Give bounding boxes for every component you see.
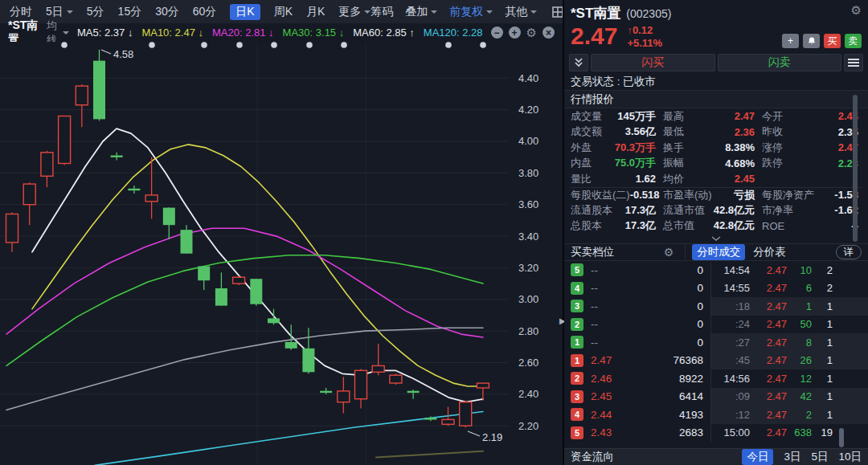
bid-level-4[interactable]: 42.444193 [564, 406, 710, 424]
quote-cell: 成交量145万手 [571, 109, 656, 124]
orders-tabs-row: 买卖档位 ⚙ 分时成交 分价表 详 [564, 243, 868, 261]
orderbook-settings-icon[interactable]: ⚙ [664, 247, 674, 258]
ask-level-1[interactable]: 1--0 [564, 333, 710, 352]
ask-level-2[interactable]: 2--0 [564, 316, 710, 334]
buy-level-badge: 3 [571, 390, 583, 403]
period-tab-周K[interactable]: 周K [274, 5, 293, 19]
y-axis-label: 4.20 [518, 104, 538, 116]
close-indicator-icon[interactable]: × [542, 27, 555, 39]
tape-time: 15:00 [716, 426, 750, 438]
event-marker-dot[interactable] [306, 42, 313, 48]
zoom-out-icon[interactable]: − [491, 27, 503, 39]
tool-menu-前复权[interactable]: 前复权 [449, 5, 493, 19]
tape-count: 2 [812, 282, 833, 294]
period-tab-月K[interactable]: 月K [306, 5, 325, 19]
candlestick-chart-area[interactable]: 4.404.204.003.803.603.403.203.002.802.60… [0, 42, 563, 465]
tape-count: 2 [812, 264, 833, 276]
buy-level-badge: 2 [571, 372, 583, 385]
fund-tab-5日[interactable]: 5日 [811, 450, 828, 464]
candle [233, 275, 245, 285]
quote-row: 总股本17.3亿总市值42.8亿元ROE-- [571, 218, 862, 235]
quote-label: 换手 [663, 141, 684, 155]
period-tab-30分[interactable]: 30分 [155, 5, 179, 19]
event-marker-dot[interactable] [341, 42, 347, 48]
tab-time-sales[interactable]: 分时成交 [692, 244, 745, 260]
level-price: -- [591, 282, 628, 294]
price-change-block: ↑0.12 +5.11% [627, 23, 662, 50]
quote-label: 总市值 [663, 218, 694, 233]
ma-readout: MA60: 2.85 ↑ [353, 27, 415, 39]
tape-scrollbar-thumb[interactable] [839, 428, 844, 447]
panel-settings-icon[interactable]: ⚙ [851, 4, 862, 16]
tape-volume: 50 [787, 318, 812, 330]
quote-value: 75.0万手 [615, 156, 656, 170]
quote-label: 成交额 [571, 124, 602, 139]
candle [460, 401, 472, 428]
quote-value: 3.56亿 [625, 124, 656, 139]
event-marker-dot[interactable] [445, 42, 452, 48]
quote-label: 昨收 [762, 124, 783, 139]
tool-menu-叠加[interactable]: 叠加 [405, 5, 437, 19]
fund-tab-10日[interactable]: 10日 [838, 450, 862, 464]
event-marker-dot[interactable] [61, 42, 68, 48]
tape-row: :182.4711 [711, 297, 868, 316]
trade-status-row: 交易状态 : 已收市 [564, 74, 868, 91]
add-watchlist-button[interactable]: + [782, 34, 799, 48]
period-tab-更多[interactable]: 更多 [338, 5, 371, 19]
period-tab-5分[interactable]: 5分 [87, 5, 104, 19]
ask-level-3[interactable]: 3--0 [564, 297, 710, 316]
chart-section: 分时5日5分15分30分60分日K周K月K更多 筹码叠加前复权其他 *ST南置 … [0, 0, 563, 465]
period-tab-日K[interactable]: 日K [230, 4, 260, 20]
order-menu-button[interactable] [844, 54, 863, 71]
tape-time: :24 [716, 318, 750, 330]
quote-value: 1.62 [636, 173, 656, 185]
period-tab-5日[interactable]: 5日 [46, 5, 73, 19]
period-tab-60分[interactable]: 60分 [193, 5, 217, 19]
quote-cell: 最低2.36 [663, 124, 755, 139]
fund-flow-tabs: 今日3日5日10日 [742, 449, 862, 465]
event-marker-dot[interactable] [149, 42, 155, 48]
ask-level-5[interactable]: 5--0 [564, 261, 710, 279]
sell-button[interactable]: 卖 [845, 34, 862, 48]
event-marker-dot[interactable] [236, 42, 243, 48]
bid-level-3[interactable]: 32.456414 [564, 388, 710, 406]
quote-label: 量比 [571, 172, 592, 186]
tool-menu-其他[interactable]: 其他 [505, 5, 537, 19]
quote-value: 亏损 [734, 188, 755, 202]
flash-buy-button[interactable]: 闪买 [591, 54, 715, 71]
ma-values: MA5: 2.37 ↓MA10: 2.47 ↓MA20: 2.81 ↓MA30:… [77, 27, 483, 39]
collapse-quote-button[interactable] [564, 234, 868, 243]
event-marker-dot[interactable] [271, 42, 277, 48]
level-volume: 76368 [673, 354, 703, 366]
quote-value: 42.8亿元 [714, 203, 755, 218]
quote-value: 8.38% [725, 141, 755, 153]
ask-level-4[interactable]: 4--0 [564, 279, 710, 298]
expand-orders-button[interactable] [569, 54, 588, 71]
candlestick-chart[interactable]: 4.404.204.003.803.603.403.203.002.802.60… [0, 42, 563, 465]
zoom-in-icon[interactable]: + [509, 27, 521, 39]
period-label: 日K [235, 5, 254, 19]
panel-scrollbar-thumb[interactable] [853, 95, 858, 242]
y-axis-label: 3.60 [518, 198, 538, 210]
bid-level-2[interactable]: 22.468922 [564, 369, 710, 388]
fund-tab-3日[interactable]: 3日 [784, 450, 800, 464]
period-tab-分时[interactable]: 分时 [10, 5, 32, 19]
event-marker-dot[interactable] [201, 42, 207, 48]
quote-label: 内盘 [571, 156, 592, 170]
indicator-settings-icon[interactable]: ⚙ [526, 27, 537, 39]
buy-button[interactable]: 买 [824, 34, 841, 48]
level-volume: 2683 [679, 426, 703, 438]
fund-tab-今日[interactable]: 今日 [742, 449, 773, 465]
event-marker-dot[interactable] [480, 42, 486, 48]
flash-sell-button[interactable]: 闪卖 [718, 54, 842, 71]
alert-bell-button[interactable] [803, 34, 820, 48]
bid-level-5[interactable]: 52.432683 [564, 424, 710, 443]
tape-price: 2.47 [756, 409, 787, 421]
tool-menu-筹码[interactable]: 筹码 [371, 5, 393, 19]
tab-price-table[interactable]: 分价表 [753, 245, 786, 259]
period-tab-15分[interactable]: 15分 [118, 5, 142, 19]
quote-cell: 量比1.62 [571, 172, 656, 186]
tape-time: 14:54 [716, 264, 750, 276]
bid-level-1[interactable]: 12.4776368 [564, 352, 710, 370]
detail-button[interactable]: 详 [836, 245, 862, 259]
